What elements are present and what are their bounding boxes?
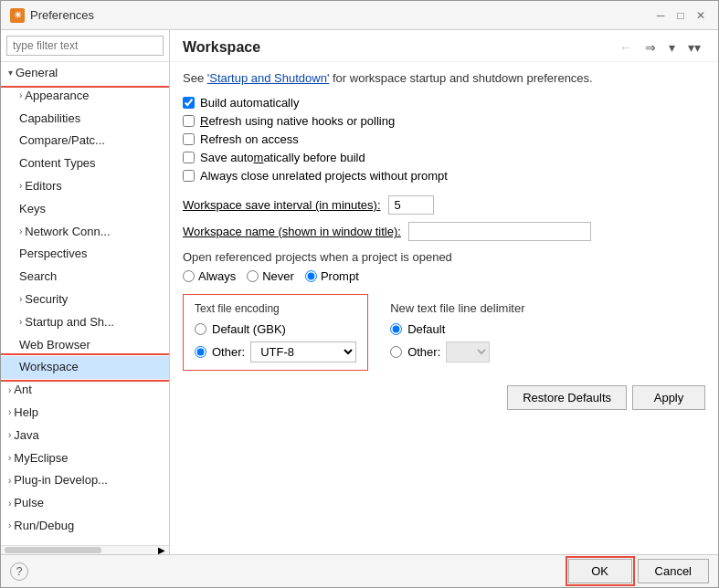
toolbar-more[interactable]: ▾▾ bbox=[683, 37, 705, 58]
sidebar-item-startup[interactable]: › Startup and Sh... bbox=[1, 311, 169, 334]
open-ref-never-radio[interactable] bbox=[247, 270, 259, 282]
apply-button[interactable]: Apply bbox=[632, 385, 705, 410]
arrow-icon: › bbox=[8, 497, 11, 511]
refresh-access-label: Refresh on access bbox=[200, 132, 299, 146]
sidebar-item-keys[interactable]: Keys bbox=[1, 198, 169, 221]
open-ref-always-radio[interactable] bbox=[183, 270, 195, 282]
refresh-access-checkbox[interactable] bbox=[183, 133, 195, 145]
text-encoding-title: Text file encoding bbox=[195, 302, 356, 315]
save-interval-row: Workspace save interval (in minutes): bbox=[183, 195, 705, 215]
sidebar-item-search[interactable]: Search bbox=[1, 266, 169, 289]
sidebar-item-web-browser[interactable]: Web Browser bbox=[1, 334, 169, 357]
arrow-icon: › bbox=[19, 89, 22, 103]
sidebar-item-label: Ant bbox=[14, 381, 32, 400]
save-interval-input[interactable] bbox=[388, 195, 434, 215]
help-button[interactable]: ? bbox=[10, 562, 28, 581]
build-auto-row[interactable]: Build automatically bbox=[183, 96, 705, 110]
title-bar-left: ☀ Preferences bbox=[10, 8, 94, 23]
arrow-icon: › bbox=[19, 179, 22, 194]
sidebar-item-content-types[interactable]: Content Types bbox=[1, 152, 169, 175]
app-icon: ☀ bbox=[10, 8, 25, 23]
startup-shutdown-link[interactable]: 'Startup and Shutdown' bbox=[207, 71, 330, 85]
refresh-native-row[interactable]: Refresh using native hooks or polling bbox=[183, 114, 705, 128]
open-ref-prompt-row[interactable]: Prompt bbox=[305, 269, 359, 283]
arrow-icon: › bbox=[8, 383, 11, 398]
refresh-access-row[interactable]: Refresh on access bbox=[183, 132, 705, 146]
back-button[interactable]: ← bbox=[615, 37, 637, 58]
always-close-checkbox[interactable] bbox=[183, 170, 195, 182]
sidebar-item-pulse[interactable]: › Pulse bbox=[1, 492, 169, 515]
save-auto-checkbox[interactable] bbox=[183, 152, 195, 163]
restore-defaults-button[interactable]: Restore Defaults bbox=[507, 385, 627, 410]
ok-button[interactable]: OK bbox=[568, 559, 632, 583]
arrow-icon: › bbox=[8, 428, 11, 443]
arrow-icon: › bbox=[19, 292, 22, 307]
main-content: ▾ General › Appearance Capabilities Comp… bbox=[1, 30, 718, 554]
title-bar: ☀ Preferences ─ □ ✕ bbox=[1, 1, 718, 30]
sidebar-item-label: Plug-in Develop... bbox=[14, 471, 108, 490]
refresh-native-checkbox[interactable] bbox=[183, 115, 195, 127]
sidebar-item-label: Content Types bbox=[19, 154, 96, 173]
new-line-box: New text file line delimiter Default Oth… bbox=[390, 294, 524, 371]
sidebar-item-ant[interactable]: › Ant bbox=[1, 379, 169, 402]
cancel-button[interactable]: Cancel bbox=[638, 559, 709, 583]
sidebar: ▾ General › Appearance Capabilities Comp… bbox=[1, 30, 170, 554]
sidebar-item-general[interactable]: ▾ General bbox=[1, 62, 169, 85]
enc-default-radio[interactable] bbox=[195, 323, 206, 335]
sidebar-item-label: Java bbox=[14, 426, 38, 446]
sidebar-item-capabilities[interactable]: Capabilities bbox=[1, 108, 169, 131]
close-button[interactable]: ✕ bbox=[693, 7, 709, 24]
workspace-name-input[interactable] bbox=[408, 222, 591, 241]
sidebar-item-plugin-develop[interactable]: › Plug-in Develop... bbox=[1, 469, 169, 492]
sidebar-item-run-debug[interactable]: › Run/Debug bbox=[1, 515, 169, 538]
enc-other-radio[interactable] bbox=[195, 346, 206, 358]
sidebar-item-editors[interactable]: › Editors bbox=[1, 175, 169, 198]
save-auto-row[interactable]: Save automatically before build bbox=[183, 151, 705, 164]
sidebar-item-label: Help bbox=[14, 404, 38, 423]
filter-input[interactable] bbox=[6, 36, 164, 56]
open-ref-always-row[interactable]: Always bbox=[183, 269, 236, 283]
sidebar-item-network-conn[interactable]: › Network Conn... bbox=[1, 221, 169, 244]
sidebar-item-label: General bbox=[16, 64, 58, 83]
info-prefix: See bbox=[183, 71, 207, 85]
minimize-button[interactable]: ─ bbox=[652, 7, 669, 24]
nl-other-label-row[interactable]: Other: bbox=[390, 345, 440, 359]
sidebar-item-perspectives[interactable]: Perspectives bbox=[1, 243, 169, 266]
nl-other-row: Other: bbox=[390, 341, 524, 362]
encoding-select[interactable]: UTF-8 UTF-16 ISO-8859-1 US-ASCII GBK bbox=[250, 341, 356, 362]
sidebar-item-label: Web Browser bbox=[19, 336, 90, 355]
sidebar-item-workspace[interactable]: Workspace bbox=[1, 356, 169, 379]
maximize-button[interactable]: □ bbox=[672, 7, 689, 24]
info-suffix: for workspace startup and shutdown prefe… bbox=[333, 71, 593, 85]
sidebar-item-myeclipse[interactable]: › MyEclipse bbox=[1, 447, 169, 470]
bottom-action-buttons: OK Cancel bbox=[568, 559, 709, 583]
sidebar-item-label: Capabilities bbox=[19, 110, 80, 129]
enc-default-label: Default (GBK) bbox=[212, 322, 286, 336]
always-close-row[interactable]: Always close unrelated projects without … bbox=[183, 169, 705, 183]
nl-default-row[interactable]: Default bbox=[390, 322, 524, 336]
nl-other-label: Other: bbox=[407, 345, 440, 359]
open-ref-never-row[interactable]: Never bbox=[247, 269, 294, 283]
workspace-name-label: Workspace name (shown in window title): bbox=[183, 225, 401, 238]
sidebar-item-java[interactable]: › Java bbox=[1, 425, 169, 447]
sidebar-item-compare-patch[interactable]: Compare/Patc... bbox=[1, 130, 169, 152]
scroll-right-btn[interactable]: ▶ bbox=[158, 545, 165, 554]
sidebar-item-help[interactable]: › Help bbox=[1, 402, 169, 425]
nl-other-radio[interactable] bbox=[390, 346, 402, 358]
open-ref-prompt-radio[interactable] bbox=[305, 270, 317, 282]
nl-default-radio[interactable] bbox=[390, 323, 402, 335]
enc-default-row[interactable]: Default (GBK) bbox=[195, 322, 356, 336]
sidebar-item-label: Search bbox=[19, 268, 57, 287]
newline-select[interactable] bbox=[446, 341, 490, 362]
nl-default-label: Default bbox=[407, 322, 445, 336]
sidebar-item-security[interactable]: › Security bbox=[1, 289, 169, 311]
sidebar-item-label: Network Conn... bbox=[25, 223, 110, 242]
build-auto-checkbox[interactable] bbox=[183, 97, 195, 109]
build-auto-label: Build automatically bbox=[200, 96, 299, 110]
sidebar-item-label: Perspectives bbox=[19, 245, 87, 264]
forward-button[interactable]: ⇒ bbox=[640, 37, 661, 58]
sidebar-item-appearance[interactable]: › Appearance bbox=[1, 85, 169, 108]
toolbar-down1[interactable]: ▾ bbox=[664, 37, 680, 58]
enc-other-row[interactable]: Other: UTF-8 UTF-16 ISO-8859-1 US-ASCII … bbox=[195, 341, 356, 362]
new-line-title: New text file line delimiter bbox=[390, 301, 524, 315]
